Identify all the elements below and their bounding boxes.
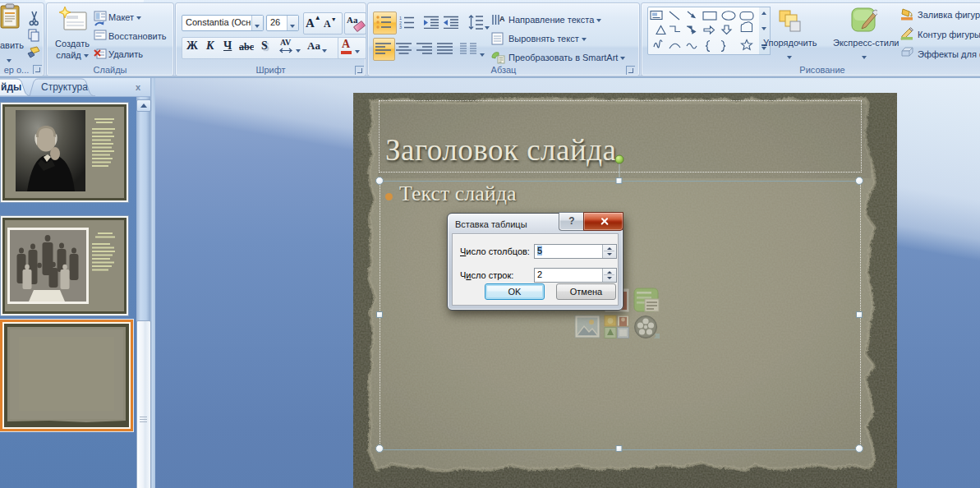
svg-text:йды: йды (1, 81, 21, 93)
svg-text:А: А (499, 15, 505, 23)
svg-text:3: 3 (399, 25, 402, 29)
svg-text:Структура: Структура (41, 81, 88, 93)
svg-text:x: x (136, 82, 141, 92)
